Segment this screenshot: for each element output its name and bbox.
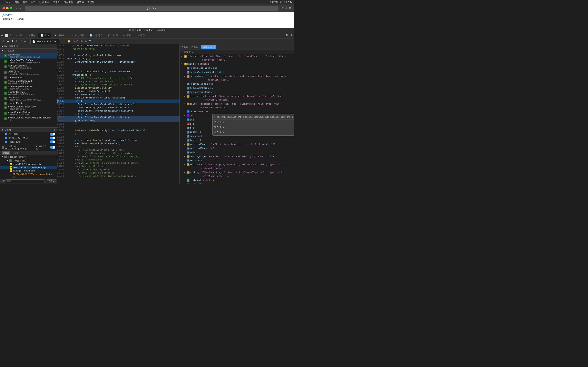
re-render-group-header[interactable]: ▼ re-render jser.dev <box>0 155 57 159</box>
expand-sibling[interactable]: ▶ <box>183 171 186 174</box>
script-element-1[interactable]: ▼ 스크립트 요소 1 <box>0 159 57 162</box>
pause-button[interactable]: ⏸ <box>2 39 5 43</box>
filter-info-button[interactable]: ℹ <box>45 180 46 183</box>
call-stack-item-11[interactable]: f invokeGuardedCallback — react-dom-18.2… <box>0 110 57 116</box>
context-menu-item-1[interactable]: 열거 가능 <box>213 125 294 130</box>
resource-scope-btn[interactable]: 리소스 <box>190 45 200 49</box>
expand-alternate[interactable]: ▶ <box>181 54 183 58</box>
sidebar-icon[interactable]: ⊞ <box>289 7 292 10</box>
var-stateNode[interactable]: S stateNode : <button> <box>180 178 294 182</box>
var-sibling[interactable]: ▶ O sibling : FiberNode {tag: 6, key: nu… <box>180 170 294 178</box>
call-stack-item-5[interactable]: f ensureRootIsScheduled — react-dom-18.2… <box>0 79 57 85</box>
var-debugNeedsRemount[interactable]: N _debugNeedsRemount : false <box>180 70 294 74</box>
next-file-button[interactable]: › <box>64 39 66 43</box>
tab-network[interactable]: ⚡ 네트워크 <box>52 33 69 38</box>
menubar-bookmarks[interactable]: 책갈피 <box>53 1 60 4</box>
devtools-warning-icon[interactable]: ⚠ <box>9 33 12 37</box>
file-browser-button[interactable]: 📁 <box>67 39 71 43</box>
var-return[interactable]: ▶ O return : FiberNode {tag: 5, key: nul… <box>180 163 294 170</box>
expand-child2[interactable]: ▶ <box>183 102 186 106</box>
var-childLanes[interactable]: N childLanes : 0 <box>180 110 294 114</box>
expand-deletions[interactable]: ▶ <box>183 114 186 118</box>
call-stack-item-1[interactable]: f performSyncWorkOnRoot — react-dom-18.2… <box>0 58 57 64</box>
expand-return[interactable]: ▶ <box>183 163 186 167</box>
menubar-window[interactable]: 윈도우 <box>77 1 84 4</box>
search-icon[interactable]: 🔍 <box>285 33 289 37</box>
tab-layers[interactable]: ⧉ 레이어 <box>121 33 135 38</box>
forward-button[interactable]: › <box>19 6 22 10</box>
devtools-responsive-icon[interactable]: ⬜ <box>4 33 8 37</box>
call-stack-item-10[interactable]: f invokeGuardedCallbackDev — react-dom-1… <box>0 105 57 110</box>
call-stack-item-9[interactable]: f dispatchEvent <box>0 101 57 105</box>
new-tab-icon[interactable]: + <box>286 7 287 10</box>
bp-toggle-0[interactable] <box>50 133 55 136</box>
react-dom-file[interactable]: JS react-dom-18.2.0.development.js <box>0 166 57 169</box>
call-stack-item-4[interactable]: f queueMicrotask ... <box>0 76 57 79</box>
tab-storage[interactable]: 💾 저장 공간 <box>87 33 105 38</box>
call-stack-item-2[interactable]: f flushSyncCallbacks — react-dom-18.2.0.… <box>0 64 57 69</box>
copy-button[interactable]: ⧉ <box>72 39 75 43</box>
step-out-button[interactable]: ⬇ <box>15 39 18 43</box>
step-back-button[interactable]: ↩ <box>24 39 27 43</box>
var-child[interactable]: ▼ O child : FiberNode <box>180 62 294 66</box>
react-file[interactable]: JS react-18.2.0.development.js <box>0 162 57 166</box>
tab-graphics[interactable]: 🖼 그래픽 <box>105 33 120 38</box>
tab-console[interactable]: ≡ 콘솔 <box>26 33 38 38</box>
var-mode[interactable]: N mode : 1 <box>180 150 294 155</box>
var-debugHookTypes[interactable]: N _debugHookTypes : null <box>180 66 294 70</box>
bp-checkbox-1[interactable] <box>5 137 7 139</box>
minimize-button[interactable] <box>6 7 9 9</box>
file-toggle[interactable] <box>50 146 55 149</box>
var-subtreeFlags[interactable]: N subtreeFlags : 4 <box>180 182 294 184</box>
call-stack-item-12[interactable]: f invokeGuardedCallbackAndCatchFirstErro… <box>0 116 57 122</box>
filter-input[interactable] <box>6 179 45 183</box>
breakpoints-toggle[interactable]: ⊡ <box>80 39 83 43</box>
menubar-safari[interactable]: Safari <box>5 1 11 4</box>
var-lanes[interactable]: N lanes : 0 <box>180 138 294 142</box>
var-alternate2[interactable]: ▶ O alternate : FiberNode {tag: 5, key: … <box>180 94 294 102</box>
fullscreen-button[interactable] <box>10 7 12 9</box>
expand-child[interactable]: ▼ <box>181 62 183 66</box>
settings-icon[interactable]: ⚙ <box>290 33 293 37</box>
call-stack-item-7[interactable]: f dispatchSetState — react-dom-18.2.0.de… <box>0 90 57 96</box>
var-pendingProps[interactable]: ▶ O pendingProps : {onClick: function, c… <box>180 155 294 159</box>
babel-file[interactable]: JS babel.js — unpkg.com <box>0 169 57 172</box>
add-filter-button[interactable]: + <box>1 180 2 183</box>
var-memoizedState[interactable]: N memoizedState : null <box>180 146 294 150</box>
var-memoizedProps[interactable]: ▶ O memoizedProps : {onClick: function, … <box>180 142 294 146</box>
source-file-selector[interactable]: 📄 react-dom-18.2.0.de... <box>30 39 60 44</box>
debug-toggle[interactable]: ⊕ <box>84 39 87 43</box>
tab-elements[interactable]: ⊡ 요소 <box>14 33 26 38</box>
click-me-label[interactable]: click me - 1 <box>2 17 16 20</box>
type-filter-btn[interactable]: 유형별 <box>2 151 10 155</box>
prev-file-button[interactable]: ‹ <box>61 39 63 43</box>
var-alternate[interactable]: ▶ O alternate : FiberNode {tag: 5, key: … <box>180 54 294 62</box>
close-button[interactable] <box>2 7 5 9</box>
bp-toggle-2[interactable] <box>50 141 55 143</box>
bp-assertions[interactable]: 어설션 실패 <box>0 140 57 144</box>
menubar-history[interactable]: 방문 기록 <box>39 1 49 4</box>
webpage-link[interactable]: jser.dev <box>2 13 292 17</box>
var-debugOwner[interactable]: ▶ O _debugOwner : FiberNode {tag: 0, key… <box>180 74 294 82</box>
context-menu-item-0[interactable]: 구성 가능 <box>213 120 294 125</box>
devtools-inspect-icon[interactable]: ⊕ <box>1 33 4 37</box>
var-actualDuration[interactable]: N actualDuration : 0 <box>180 86 294 90</box>
call-stack-item-6[interactable]: f scheduleUpdateOnFiber — react-dom-18.2… <box>0 85 57 90</box>
share-icon[interactable]: ⬆ <box>282 7 284 10</box>
menubar-develop[interactable]: 개발자용 <box>63 1 73 4</box>
step-into-button[interactable]: ⬆ <box>11 39 14 43</box>
tab-audit[interactable]: ✓ 점검 <box>135 33 147 38</box>
continue-button[interactable]: ⬇ <box>20 39 23 43</box>
var-actualStartTime[interactable]: N actualStartTime : -1 <box>180 90 294 94</box>
bp-all-exceptions[interactable]: 모든 예외 <box>0 132 57 136</box>
menubar-view[interactable]: 보기 <box>31 1 36 4</box>
var-debugSource[interactable]: N _debugSource : null <box>180 82 294 86</box>
path-filter-btn[interactable]: 경로별 <box>11 151 20 155</box>
address-bar[interactable]: jser.dev <box>25 6 278 11</box>
expand-debugOwner[interactable]: ▶ <box>183 75 186 78</box>
all-filter-select[interactable]: 모두 <box>47 179 56 183</box>
call-stack-header[interactable]: ▼ 스택 호출 <box>0 49 57 53</box>
menubar-edit[interactable]: 편집 <box>23 1 27 4</box>
call-stack-item-0[interactable]: f commitRoot — react-dom-18.2.0.developm… <box>0 53 57 58</box>
prettify-button[interactable]: {} <box>76 39 79 43</box>
